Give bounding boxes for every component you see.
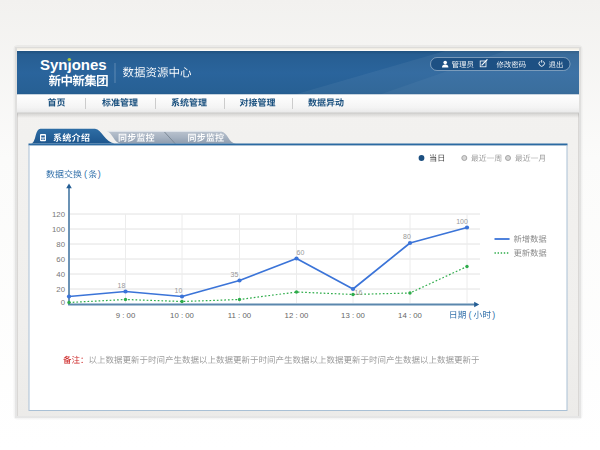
svg-text:13 : 00: 13 : 00 <box>341 311 366 320</box>
svg-text:18: 18 <box>118 282 126 289</box>
svg-text:): ) <box>98 169 101 179</box>
svg-text:(: ( <box>469 310 472 320</box>
svg-text:80: 80 <box>56 240 65 249</box>
svg-text:100: 100 <box>456 218 468 225</box>
svg-text:10 : 00: 10 : 00 <box>170 311 195 320</box>
svg-text:): ) <box>492 310 495 320</box>
svg-text:0: 0 <box>61 298 66 307</box>
svg-text:11 : 00: 11 : 00 <box>228 311 252 320</box>
svg-text:Synjones: Synjones <box>40 56 107 73</box>
svg-text:80: 80 <box>403 233 411 240</box>
svg-text:60: 60 <box>297 249 305 256</box>
svg-text:60: 60 <box>56 255 65 264</box>
svg-text:120: 120 <box>52 210 66 219</box>
svg-text:14 : 00: 14 : 00 <box>398 311 423 320</box>
svg-text:12 : 00: 12 : 00 <box>285 311 310 320</box>
svg-text:(: ( <box>84 169 87 179</box>
svg-text:10: 10 <box>175 287 183 294</box>
svg-text:16: 16 <box>355 289 363 296</box>
svg-text:9 : 00: 9 : 00 <box>116 311 136 320</box>
svg-text:35: 35 <box>231 271 239 278</box>
svg-text:20: 20 <box>56 285 65 294</box>
svg-text:40: 40 <box>56 270 65 279</box>
svg-text:100: 100 <box>52 225 66 234</box>
